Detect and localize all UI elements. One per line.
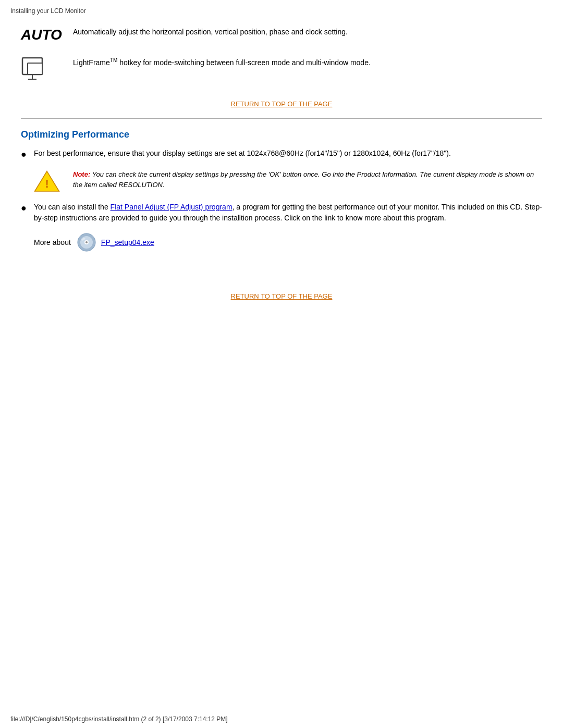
auto-label: AUTO — [21, 27, 63, 43]
auto-section: AUTO Automatically adjust the horizontal… — [21, 24, 542, 43]
note-box: ! Note: You can check the current displa… — [34, 169, 542, 194]
return-link-container-2: RETURN TO TOP OF THE PAGE — [21, 292, 542, 300]
svg-point-10 — [85, 241, 88, 243]
note-body: You can check the current display settin… — [73, 170, 534, 189]
optimizing-section: Optimizing Performance ● For best perfor… — [21, 129, 542, 253]
section-title: Optimizing Performance — [21, 129, 542, 140]
section-divider — [21, 118, 542, 119]
note-text: Note: You can check the current display … — [73, 169, 542, 190]
lightframe-svg-icon — [21, 56, 47, 82]
bullet-text-2: You can also install the Flat Panel Adju… — [34, 202, 542, 224]
bullet-item-1: ● For best performance, ensure that your… — [21, 148, 542, 161]
bullet-item-2: ● You can also install the Flat Panel Ad… — [21, 202, 542, 224]
note-label: Note: — [73, 170, 90, 178]
more-about-label: More about — [34, 238, 71, 246]
top-bar: Installing your LCD Monitor — [10, 5, 553, 19]
lightframe-text: LightFrameTM hotkey for mode-switching b… — [73, 54, 371, 68]
warning-icon: ! — [34, 169, 65, 194]
status-bar-text: file:///D|/C/english/150p4cgbs/install/i… — [10, 715, 228, 723]
lightframe-section: LightFrameTM hotkey for mode-switching b… — [21, 54, 542, 84]
warning-triangle-svg: ! — [34, 169, 60, 192]
spacer — [21, 261, 542, 281]
bullet-dot-2: ● — [21, 202, 31, 215]
return-to-top-link-1[interactable]: RETURN TO TOP OF THE PAGE — [231, 100, 333, 108]
svg-rect-1 — [28, 63, 42, 75]
bullet2-prefix: You can also install the — [34, 203, 111, 211]
page-wrapper: Installing your LCD Monitor AUTO Automat… — [0, 0, 563, 728]
top-label: Installing your LCD Monitor — [10, 7, 86, 15]
more-about-row: More about FP_setup04.exe — [34, 232, 542, 253]
fp-setup-link[interactable]: FP_setup04.exe — [101, 238, 154, 246]
cd-icon — [76, 232, 97, 253]
bullet-dot-1: ● — [21, 148, 31, 161]
content-area: AUTO Automatically adjust the horizontal… — [10, 19, 553, 316]
return-link-container-1: RETURN TO TOP OF THE PAGE — [21, 100, 542, 108]
flat-panel-adjust-link[interactable]: Flat Panel Adjust (FP Adjust) program — [111, 203, 232, 211]
lightframe-icon — [21, 56, 63, 84]
svg-text:!: ! — [45, 178, 48, 191]
auto-description: Automatically adjust the horizontal posi… — [73, 24, 348, 38]
bullet-text-1: For best performance, ensure that your d… — [34, 148, 451, 159]
status-bar: file:///D|/C/english/150p4cgbs/install/i… — [10, 715, 228, 723]
return-to-top-link-2[interactable]: RETURN TO TOP OF THE PAGE — [231, 292, 333, 300]
